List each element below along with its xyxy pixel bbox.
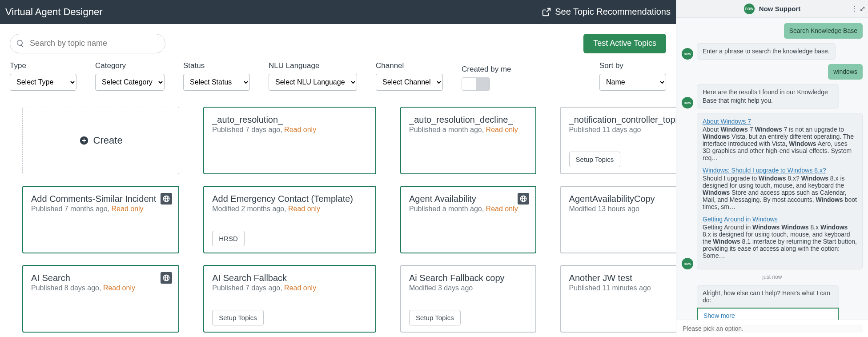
topic-tag: Setup Topics: [409, 310, 461, 325]
topic-meta: Published 7 days ago, Read only: [212, 126, 367, 134]
page-title: Virtual Agent Designer: [5, 6, 103, 18]
topic-meta: Published a month ago, Read only: [409, 205, 527, 213]
va-header: now Now Support ⋮ ⤢: [676, 0, 868, 18]
topic-card[interactable]: Agent AvailabilityPublished a month ago,…: [400, 186, 536, 253]
topic-title: Agent Availability: [409, 194, 527, 204]
topic-card[interactable]: Add Comments-Similar IncidentPublished 7…: [22, 186, 179, 253]
topic-tag: HRSD: [212, 231, 245, 246]
topic-meta: Published 11 minutes ago: [569, 284, 676, 292]
user-message: Search Knowledge Base: [682, 23, 863, 39]
user-bubble: windows: [828, 64, 863, 80]
see-recommendations-label: See Topic Recommendations: [555, 7, 671, 17]
va-brand-icon: now: [744, 4, 755, 14]
va-more-menu[interactable]: ⋮: [851, 4, 858, 13]
va-title: Now Support: [759, 5, 800, 12]
topic-tag: Setup Topics: [569, 152, 621, 167]
channel-filter-label: Channel: [376, 61, 443, 70]
plus-circle-icon: [79, 136, 89, 145]
user-message: windows: [682, 64, 863, 80]
kb-result-link[interactable]: Getting Around in Windows: [703, 216, 857, 223]
kb-results: now About Windows 7About Windows 7 Windo…: [682, 113, 863, 269]
search-wrap: [10, 34, 165, 53]
topic-card[interactable]: _notification_controller_topic_…Publishe…: [560, 107, 676, 174]
kb-result-link[interactable]: About Windows 7: [703, 118, 857, 125]
topic-title: _notification_controller_topic_…: [569, 115, 676, 125]
bot-avatar-icon: now: [682, 258, 693, 269]
see-recommendations-link[interactable]: See Topic Recommendations: [542, 7, 671, 17]
topic-grid: Create _auto_resolution_Published 7 days…: [0, 99, 676, 337]
topic-title: _auto_resolution_: [212, 115, 367, 125]
status-filter-label: Status: [183, 61, 250, 70]
test-active-topics-button[interactable]: Test Active Topics: [583, 34, 666, 53]
virtual-agent-panel: now Now Support ⋮ ⤢ Search Knowledge Bas…: [676, 0, 868, 337]
search-input[interactable]: [10, 34, 165, 53]
channel-filter-select[interactable]: Select Channel: [376, 74, 443, 91]
globe-icon: [518, 193, 529, 205]
kb-result-snippet: About Windows 7 Windows 7 is not an upgr…: [703, 126, 857, 161]
type-filter-label: Type: [10, 61, 76, 70]
sort-by-select[interactable]: Name: [599, 74, 666, 91]
topic-meta: Modified 13 hours ago: [569, 205, 676, 213]
category-filter-label: Category: [95, 61, 165, 70]
read-only-badge: Read only: [288, 205, 320, 213]
topic-title: AgentAvailabilityCopy: [569, 194, 676, 204]
topic-card[interactable]: Ai Search Fallback copyModified 3 days a…: [400, 265, 536, 333]
globe-icon: [161, 272, 172, 284]
globe-icon: [161, 193, 172, 205]
va-option[interactable]: Show more: [697, 308, 839, 320]
user-bubble: Search Knowledge Base: [784, 23, 863, 39]
topic-meta: Published 7 days ago, Read only: [212, 284, 367, 292]
bot-message: now Enter a phrase to search the knowled…: [682, 43, 863, 60]
toolbar: Test Active Topics: [0, 24, 676, 58]
topic-title: Add Comments-Similar Incident: [31, 194, 170, 204]
kb-result-snippet: Should I upgrade to Windows 8.x? Windows…: [703, 175, 857, 210]
topic-title: Ai Search Fallback copy: [409, 273, 527, 283]
created-by-me-label: Created by me: [462, 65, 511, 74]
option-list: Alright, how else can I help? Here's wha…: [697, 285, 839, 320]
bot-bubble: Here are the results I found in our Know…: [697, 84, 839, 109]
topic-meta: Published 8 days ago, Read only: [31, 284, 170, 292]
nlu-filter-label: NLU Language: [269, 61, 357, 70]
kb-result-link[interactable]: Windows: Should I upgrade to Windows 8.x…: [703, 167, 857, 174]
filters-row: Type Select Type Category Select Categor…: [0, 58, 676, 99]
status-filter-select[interactable]: Select Status: [183, 74, 250, 91]
topic-title: AI Search: [31, 273, 170, 283]
bot-avatar-icon: now: [682, 97, 693, 108]
topic-card[interactable]: AgentAvailabilityCopyModified 13 hours a…: [560, 186, 676, 253]
topic-card[interactable]: Another JW testPublished 11 minutes ago: [560, 265, 676, 333]
topic-card[interactable]: _auto_resolution_Published 7 days ago, R…: [203, 107, 376, 174]
topic-meta: Published 7 months ago, Read only: [31, 205, 170, 213]
va-conversation[interactable]: Search Knowledge Base now Enter a phrase…: [676, 18, 868, 320]
topic-title: Add Emergency Contact (Template): [212, 194, 367, 204]
read-only-badge: Read only: [284, 284, 316, 292]
create-label: Create: [93, 135, 123, 146]
topic-meta: Modified 2 months ago, Read only: [212, 205, 367, 213]
topic-title: Another JW test: [569, 273, 676, 283]
sort-by-label: Sort by: [599, 61, 666, 70]
designer-app: Virtual Agent Designer See Topic Recomme…: [0, 0, 676, 337]
kb-result-snippet: Getting Around in Windows Windows 8.x Wi…: [703, 224, 857, 259]
create-topic-card[interactable]: Create: [22, 107, 179, 174]
topic-card[interactable]: AI Search FallbackPublished 7 days ago, …: [203, 265, 376, 333]
bot-message: now Here are the results I found in our …: [682, 84, 863, 109]
category-filter-select[interactable]: Select Category: [95, 74, 165, 91]
read-only-badge: Read only: [486, 126, 518, 133]
topic-meta: Modified 3 days ago: [409, 284, 527, 292]
topic-card[interactable]: Add Emergency Contact (Template)Modified…: [203, 186, 376, 253]
va-expand-icon[interactable]: ⤢: [860, 4, 865, 13]
nlu-filter-select[interactable]: Select NLU Language: [269, 74, 357, 91]
read-only-badge: Read only: [112, 205, 144, 213]
topic-title: _auto_resolution_decline_: [409, 115, 527, 125]
topic-meta: Published 11 days ago: [569, 126, 676, 134]
topic-meta: Published a month ago, Read only: [409, 126, 527, 134]
bot-bubble: Enter a phrase to search the knowledge b…: [697, 43, 836, 60]
topic-card[interactable]: AI SearchPublished 8 days ago, Read only: [22, 265, 179, 333]
created-by-me-toggle[interactable]: [462, 77, 490, 91]
read-only-badge: Read only: [103, 284, 135, 292]
topic-title: AI Search Fallback: [212, 273, 367, 283]
bot-avatar-icon: now: [682, 48, 693, 60]
option-header: Alright, how else can I help? Here's wha…: [697, 286, 839, 308]
type-filter-select[interactable]: Select Type: [10, 74, 76, 91]
va-message-input[interactable]: [682, 325, 863, 333]
topic-card[interactable]: _auto_resolution_decline_Published a mon…: [400, 107, 536, 174]
